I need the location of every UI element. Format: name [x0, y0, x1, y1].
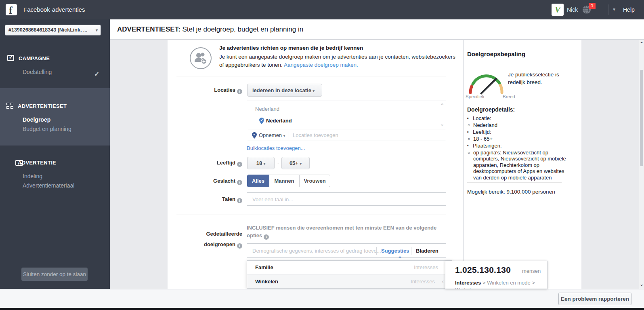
- adset-form-card: Je advertenties richten op mensen die je…: [168, 40, 464, 289]
- account-selector[interactable]: #1390268684618343 (NickLink, ... ▾: [5, 25, 101, 36]
- intro-body: Je kunt een aangepaste doelgroep maken o…: [219, 53, 455, 69]
- scroll-down-icon[interactable]: ⌄: [440, 121, 444, 127]
- top-bar: f Facebook-advertenties V Nick 1 ▾ Help: [0, 0, 644, 19]
- page-title: ADVERTENTIESET: Stel je doelgroep, budge…: [117, 25, 303, 34]
- page-title-bold: ADVERTENTIESET:: [117, 25, 180, 33]
- detailed-audiences-label-line1: Gedetailleerde: [162, 231, 242, 237]
- gender-segmented-control: Alles Mannen Vrouwen: [247, 175, 330, 187]
- report-problem-button[interactable]: Een probleem rapporteren: [558, 293, 631, 305]
- page-scrollbar[interactable]: ⌃ ⌄: [639, 40, 644, 289]
- sidebar: #1390268684618343 (NickLink, ... ▾ ✓ CAM…: [0, 19, 110, 289]
- campaign-icon: ✓: [7, 55, 14, 62]
- suggestion-name: Winkelen: [255, 278, 278, 285]
- gender-option-vrouwen[interactable]: Vrouwen: [300, 175, 330, 187]
- app-title: Facebook-advertenties: [23, 6, 85, 13]
- sidebar-section-campagne[interactable]: CAMPAGNE: [19, 55, 50, 61]
- section-divider: [176, 76, 446, 76]
- custom-audience-people-icon: [190, 47, 212, 69]
- info-icon[interactable]: i: [237, 198, 242, 203]
- audience-panel-title: Doelgroepsbepaling: [467, 51, 525, 57]
- account-selector-value: #1390268684618343 (NickLink, ...: [8, 27, 87, 33]
- suggestions-tab[interactable]: Suggesties: [381, 248, 409, 254]
- add-locations-input[interactable]: Locaties toevoegen: [293, 132, 338, 138]
- window-edge: [0, 308, 644, 310]
- suggestion-row-winkelen[interactable]: Winkelen Interesses ‹: [247, 274, 445, 288]
- location-add-bar: Opnemen ▾ Locaties toevoegen: [247, 129, 446, 141]
- intro-heading: Je advertenties richten op mensen die je…: [219, 45, 363, 51]
- divider: [467, 182, 562, 183]
- detailed-audiences-label-line2: doelgroepeni: [162, 241, 242, 249]
- bulk-locations-link[interactable]: Bulklocaties toevoegen...: [247, 145, 305, 151]
- sidebar-item-budget-en-planning[interactable]: Budget en planning: [23, 126, 71, 132]
- gauge-label-specific: Specifiek: [466, 94, 485, 99]
- scrollbar-down-icon[interactable]: ⌄: [639, 282, 644, 287]
- suggestion-type: Interesses: [411, 278, 435, 285]
- breadcrumb-root: Interesses: [455, 280, 481, 286]
- location-region-header: Nederland: [255, 106, 279, 112]
- sidebar-item-indeling[interactable]: Indeling: [23, 173, 42, 179]
- locations-label: Locatiesi: [162, 87, 242, 94]
- location-mode-dropdown[interactable]: Iedereen in deze locatie ▾: [247, 84, 322, 97]
- info-icon[interactable]: i: [264, 234, 269, 240]
- gender-option-mannen[interactable]: Mannen: [269, 175, 300, 187]
- audience-gauge: [465, 67, 507, 97]
- sidebar-section-advertentieset[interactable]: ADVERTENTIESET: [18, 103, 67, 109]
- caret-down-icon: ▾: [300, 162, 302, 166]
- topbar-divider: [608, 4, 608, 15]
- audience-details-list: Locatie: Nederland Leeftijd: 18 - 65+ Pl…: [467, 114, 567, 181]
- scroll-up-icon[interactable]: ⌃: [440, 103, 444, 108]
- location-pin-icon: [259, 118, 264, 124]
- help-link[interactable]: Help: [623, 6, 635, 13]
- caret-down-icon: ▾: [283, 134, 285, 138]
- completed-check-icon: ✓: [94, 70, 99, 78]
- info-icon[interactable]: i: [237, 89, 242, 94]
- info-icon[interactable]: i: [237, 180, 242, 185]
- info-icon[interactable]: i: [237, 162, 242, 167]
- languages-label: Taleni: [162, 196, 242, 203]
- selected-location-row[interactable]: Nederland: [259, 118, 292, 124]
- create-custom-audience-link[interactable]: Aangepaste doelgroep maken.: [284, 62, 358, 68]
- age-min-dropdown[interactable]: 18 ▾: [247, 157, 275, 169]
- scrollbar-up-icon[interactable]: ⌃: [639, 41, 644, 46]
- gender-option-alles[interactable]: Alles: [247, 175, 269, 187]
- include-pin-icon: [252, 132, 256, 138]
- adset-icon: [6, 103, 14, 109]
- section-divider: [176, 215, 446, 215]
- notification-badge[interactable]: 1: [589, 3, 596, 9]
- age-label: Leeftijdi: [162, 160, 242, 167]
- facebook-logo-icon[interactable]: f: [6, 4, 17, 15]
- info-icon[interactable]: i: [237, 243, 242, 249]
- scrollbar-thumb[interactable]: [640, 70, 643, 166]
- caret-down-icon: ▾: [96, 25, 98, 35]
- sidebar-item-doelstelling[interactable]: Doelstelling: [23, 69, 52, 75]
- suggestion-row-familie[interactable]: Familie Interesses: [247, 261, 445, 274]
- audience-gauge-text: Je publieksselectie is redelijk breed.: [508, 71, 563, 86]
- page-title-rest: Stel je doelgroep, budget en planning in: [180, 25, 303, 33]
- user-name[interactable]: Nick: [567, 6, 578, 13]
- inclusief-text: INCLUSIEF mensen die overeenkomen met te…: [247, 224, 445, 240]
- sidebar-item-doelgroep[interactable]: Doelgroep: [23, 116, 50, 123]
- languages-placeholder: Voer een taal in...: [252, 196, 293, 202]
- reach-tooltip: 1.025.130.130 mensen Interesses > Winkel…: [445, 261, 548, 289]
- caret-down-icon: ▾: [264, 162, 266, 166]
- suggestion-name: Familie: [255, 264, 273, 270]
- caret-down-icon: ▾: [313, 89, 315, 93]
- sidebar-item-advertentiemateriaal[interactable]: Advertentiemateriaal: [23, 182, 74, 189]
- account-menu-caret-icon[interactable]: ▾: [613, 6, 615, 12]
- languages-input[interactable]: Voer een taal in...: [247, 192, 446, 206]
- page-header: ADVERTENTIESET: Stel je doelgroep, budge…: [110, 19, 644, 40]
- avatar[interactable]: V: [552, 4, 564, 16]
- include-dropdown[interactable]: Opnemen ▾: [259, 132, 285, 138]
- reach-breadcrumb: Interesses > Winkelen en mode > Winkelen: [455, 279, 541, 289]
- age-max-dropdown[interactable]: 65+ ▾: [281, 157, 310, 169]
- close-without-saving-button[interactable]: Sluiten zonder op te slaan: [21, 268, 88, 281]
- sidebar-section-advertentie[interactable]: ADVERTENTIE: [18, 160, 56, 166]
- detailed-targeting-input[interactable]: Demografische gegevens, interesses of ge…: [247, 243, 446, 258]
- reach-unit: mensen: [522, 268, 541, 274]
- detail-item: Plaatsingen:: [467, 143, 567, 149]
- gender-label: Geslachti: [162, 178, 242, 185]
- detail-item: Locatie:: [467, 115, 567, 122]
- potential-reach: Mogelijk bereik: 9.100.000 personen: [467, 189, 555, 195]
- locations-list-box: Nederland Nederland ⌃ ⌄ Opnemen ▾ Locati…: [247, 101, 446, 141]
- browse-tab[interactable]: Bladeren: [416, 248, 438, 254]
